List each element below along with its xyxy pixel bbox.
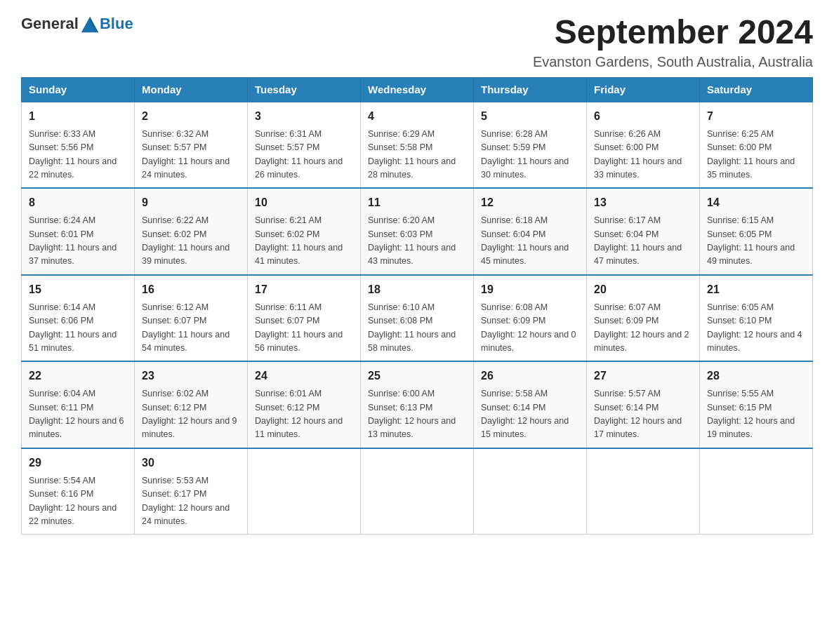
col-thursday: Thursday — [474, 77, 587, 102]
calendar-cell: 28Sunrise: 5:55 AMSunset: 6:15 PMDayligh… — [700, 361, 813, 448]
day-number: 17 — [255, 281, 353, 298]
day-info: Sunrise: 6:24 AMSunset: 6:01 PMDaylight:… — [29, 214, 127, 269]
day-info: Sunrise: 5:54 AMSunset: 6:16 PMDaylight:… — [29, 474, 127, 529]
day-info: Sunrise: 6:07 AMSunset: 6:09 PMDaylight:… — [594, 301, 692, 356]
calendar-cell: 20Sunrise: 6:07 AMSunset: 6:09 PMDayligh… — [587, 275, 700, 362]
calendar-cell: 22Sunrise: 6:04 AMSunset: 6:11 PMDayligh… — [22, 361, 135, 448]
day-number: 6 — [594, 108, 692, 125]
calendar-cell: 30Sunrise: 5:53 AMSunset: 6:17 PMDayligh… — [135, 448, 248, 535]
day-number: 15 — [29, 281, 127, 298]
title-area: September 2024 Evanston Gardens, South A… — [533, 14, 813, 70]
col-tuesday: Tuesday — [248, 77, 361, 102]
day-number: 22 — [29, 368, 127, 384]
day-info: Sunrise: 6:18 AMSunset: 6:04 PMDaylight:… — [481, 214, 579, 269]
day-info: Sunrise: 6:22 AMSunset: 6:02 PMDaylight:… — [142, 214, 240, 269]
day-number: 2 — [142, 108, 240, 125]
day-info: Sunrise: 6:11 AMSunset: 6:07 PMDaylight:… — [255, 301, 353, 356]
calendar-week-row: 29Sunrise: 5:54 AMSunset: 6:16 PMDayligh… — [22, 448, 813, 535]
col-saturday: Saturday — [700, 77, 813, 102]
location-title: Evanston Gardens, South Australia, Austr… — [533, 54, 813, 70]
calendar-cell: 12Sunrise: 6:18 AMSunset: 6:04 PMDayligh… — [474, 188, 587, 275]
calendar-cell: 15Sunrise: 6:14 AMSunset: 6:06 PMDayligh… — [22, 275, 135, 362]
calendar-cell: 23Sunrise: 6:02 AMSunset: 6:12 PMDayligh… — [135, 361, 248, 448]
calendar-cell: 2Sunrise: 6:32 AMSunset: 5:57 PMDaylight… — [135, 102, 248, 189]
day-number: 21 — [707, 281, 805, 298]
calendar-cell — [700, 448, 813, 535]
calendar-cell: 27Sunrise: 5:57 AMSunset: 6:14 PMDayligh… — [587, 361, 700, 448]
day-info: Sunrise: 6:28 AMSunset: 5:59 PMDaylight:… — [481, 128, 579, 182]
day-number: 26 — [481, 368, 579, 384]
month-title: September 2024 — [533, 14, 813, 51]
calendar-cell: 1Sunrise: 6:33 AMSunset: 5:56 PMDaylight… — [22, 102, 135, 189]
day-info: Sunrise: 6:31 AMSunset: 5:57 PMDaylight:… — [255, 128, 353, 182]
col-monday: Monday — [135, 77, 248, 102]
day-info: Sunrise: 5:55 AMSunset: 6:15 PMDaylight:… — [707, 387, 805, 442]
calendar-cell — [587, 448, 700, 535]
day-info: Sunrise: 6:10 AMSunset: 6:08 PMDaylight:… — [368, 301, 466, 356]
day-number: 4 — [368, 108, 466, 125]
logo-text-blue: Blue — [100, 15, 133, 33]
calendar-cell: 8Sunrise: 6:24 AMSunset: 6:01 PMDaylight… — [22, 188, 135, 275]
day-number: 11 — [368, 194, 466, 211]
calendar-cell: 4Sunrise: 6:29 AMSunset: 5:58 PMDaylight… — [361, 102, 474, 189]
day-info: Sunrise: 6:21 AMSunset: 6:02 PMDaylight:… — [255, 214, 353, 269]
calendar-week-row: 15Sunrise: 6:14 AMSunset: 6:06 PMDayligh… — [22, 275, 813, 362]
calendar-cell — [474, 448, 587, 535]
calendar-cell: 17Sunrise: 6:11 AMSunset: 6:07 PMDayligh… — [248, 275, 361, 362]
day-number: 23 — [142, 368, 240, 384]
calendar-cell — [361, 448, 474, 535]
calendar-cell: 24Sunrise: 6:01 AMSunset: 6:12 PMDayligh… — [248, 361, 361, 448]
calendar-cell: 11Sunrise: 6:20 AMSunset: 6:03 PMDayligh… — [361, 188, 474, 275]
day-number: 3 — [255, 108, 353, 125]
day-info: Sunrise: 6:08 AMSunset: 6:09 PMDaylight:… — [481, 301, 579, 356]
day-info: Sunrise: 6:12 AMSunset: 6:07 PMDaylight:… — [142, 301, 240, 356]
calendar-cell: 14Sunrise: 6:15 AMSunset: 6:05 PMDayligh… — [700, 188, 813, 275]
col-sunday: Sunday — [22, 77, 135, 102]
day-number: 5 — [481, 108, 579, 125]
day-number: 18 — [368, 281, 466, 298]
day-number: 24 — [255, 368, 353, 384]
calendar-cell: 21Sunrise: 6:05 AMSunset: 6:10 PMDayligh… — [700, 275, 813, 362]
day-number: 13 — [594, 194, 692, 211]
calendar-week-row: 22Sunrise: 6:04 AMSunset: 6:11 PMDayligh… — [22, 361, 813, 448]
day-info: Sunrise: 6:00 AMSunset: 6:13 PMDaylight:… — [368, 387, 466, 442]
day-number: 9 — [142, 194, 240, 211]
day-info: Sunrise: 6:29 AMSunset: 5:58 PMDaylight:… — [368, 128, 466, 182]
calendar-cell: 25Sunrise: 6:00 AMSunset: 6:13 PMDayligh… — [361, 361, 474, 448]
day-info: Sunrise: 6:17 AMSunset: 6:04 PMDaylight:… — [594, 214, 692, 269]
calendar-cell: 18Sunrise: 6:10 AMSunset: 6:08 PMDayligh… — [361, 275, 474, 362]
calendar-cell: 19Sunrise: 6:08 AMSunset: 6:09 PMDayligh… — [474, 275, 587, 362]
day-info: Sunrise: 6:15 AMSunset: 6:05 PMDaylight:… — [707, 214, 805, 269]
day-info: Sunrise: 6:14 AMSunset: 6:06 PMDaylight:… — [29, 301, 127, 356]
calendar-cell: 10Sunrise: 6:21 AMSunset: 6:02 PMDayligh… — [248, 188, 361, 275]
day-info: Sunrise: 6:26 AMSunset: 6:00 PMDaylight:… — [594, 128, 692, 182]
day-info: Sunrise: 6:04 AMSunset: 6:11 PMDaylight:… — [29, 387, 127, 442]
logo: General Blue — [21, 14, 133, 34]
day-number: 10 — [255, 194, 353, 211]
calendar-cell: 26Sunrise: 5:58 AMSunset: 6:14 PMDayligh… — [474, 361, 587, 448]
calendar-cell: 6Sunrise: 6:26 AMSunset: 6:00 PMDaylight… — [587, 102, 700, 189]
calendar-week-row: 1Sunrise: 6:33 AMSunset: 5:56 PMDaylight… — [22, 102, 813, 189]
day-number: 16 — [142, 281, 240, 298]
page-header: General Blue September 2024 Evanston Gar… — [21, 14, 813, 70]
day-number: 14 — [707, 194, 805, 211]
logo-icon — [80, 14, 100, 34]
day-number: 28 — [707, 368, 805, 384]
calendar-week-row: 8Sunrise: 6:24 AMSunset: 6:01 PMDaylight… — [22, 188, 813, 275]
day-number: 1 — [29, 108, 127, 125]
day-number: 12 — [481, 194, 579, 211]
col-wednesday: Wednesday — [361, 77, 474, 102]
calendar-table: Sunday Monday Tuesday Wednesday Thursday… — [21, 77, 813, 535]
calendar-cell: 7Sunrise: 6:25 AMSunset: 6:00 PMDaylight… — [700, 102, 813, 189]
calendar-cell: 13Sunrise: 6:17 AMSunset: 6:04 PMDayligh… — [587, 188, 700, 275]
day-info: Sunrise: 6:33 AMSunset: 5:56 PMDaylight:… — [29, 128, 127, 182]
logo-text-general: General — [21, 15, 79, 33]
day-number: 19 — [481, 281, 579, 298]
day-info: Sunrise: 5:53 AMSunset: 6:17 PMDaylight:… — [142, 474, 240, 529]
day-number: 8 — [29, 194, 127, 211]
day-info: Sunrise: 6:05 AMSunset: 6:10 PMDaylight:… — [707, 301, 805, 356]
calendar-cell: 9Sunrise: 6:22 AMSunset: 6:02 PMDaylight… — [135, 188, 248, 275]
day-info: Sunrise: 6:25 AMSunset: 6:00 PMDaylight:… — [707, 128, 805, 182]
day-info: Sunrise: 5:57 AMSunset: 6:14 PMDaylight:… — [594, 387, 692, 442]
day-info: Sunrise: 6:32 AMSunset: 5:57 PMDaylight:… — [142, 128, 240, 182]
